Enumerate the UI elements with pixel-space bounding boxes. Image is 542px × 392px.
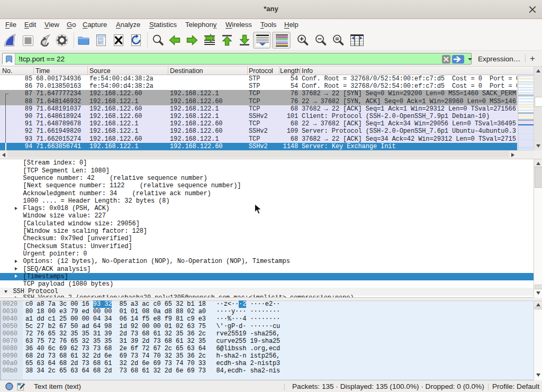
svg-text:0011: 0011 (98, 42, 104, 45)
